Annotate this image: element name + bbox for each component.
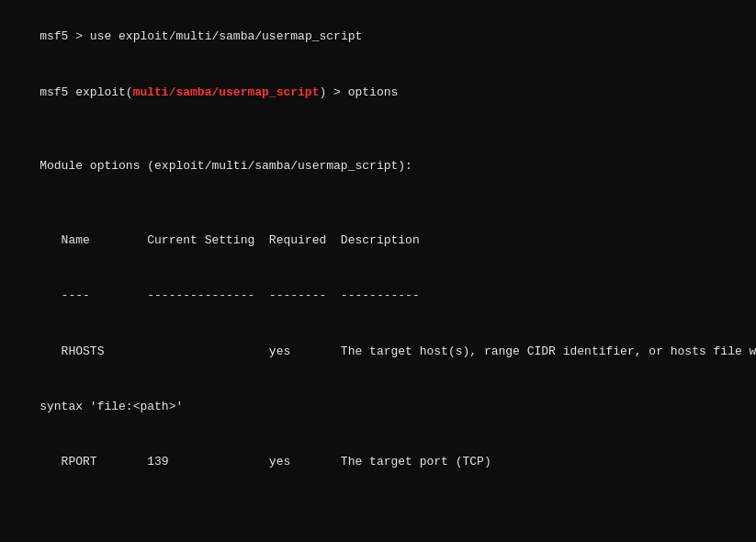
prompt-1: msf5 [39,29,75,43]
exploit-target-heading: Exploit target: [11,527,745,542]
prompt-2a: msf5 exploit( [39,85,132,99]
module-options-heading: Module options (exploit/multi/samba/user… [11,139,745,194]
table-row-rport: RPORT 139 yes The target port (TCP) [11,435,745,490]
blank-4 [11,509,745,527]
table-row-rhosts: RHOSTS yes The target host(s), range CID… [11,323,745,378]
table-header-row: Name Current Setting Required Descriptio… [11,213,745,268]
terminal-line-2: msf5 exploit(multi/samba/usermap_script)… [11,64,745,119]
blank-3 [11,491,745,509]
table-row-rhosts-cont: syntax 'file:<path>' [11,379,745,435]
table-separator: ---- --------------- -------- ----------… [11,268,745,323]
terminal-window[interactable]: msf5 > use exploit/multi/samba/usermap_s… [0,0,756,542]
blank-2 [11,194,745,212]
terminal-line-1: msf5 > use exploit/multi/samba/usermap_s… [11,9,745,64]
module-name-1: multi/samba/usermap_script [133,85,320,99]
blank-1 [11,120,745,139]
